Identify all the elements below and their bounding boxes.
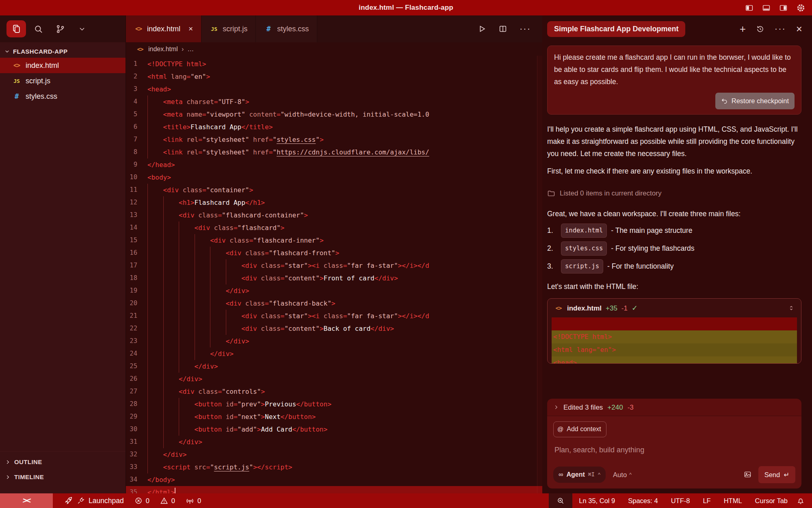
- launchpad-item[interactable]: Launchpad: [53, 496, 129, 505]
- add-context-button[interactable]: @ Add context: [553, 421, 606, 437]
- notifications-bell-icon[interactable]: [794, 497, 812, 505]
- tool-call-note[interactable]: Listed 0 items in current directory: [547, 187, 801, 199]
- status-item[interactable]: Spaces: 4: [621, 497, 664, 505]
- file-tree: <>index.htmlJSscript.js#styles.css: [0, 58, 126, 104]
- code-line: 2<html lang="en">: [126, 70, 542, 83]
- list-item: 1.index.html- The main page structure: [547, 221, 801, 239]
- layout-sidebar-left-icon[interactable]: [745, 4, 754, 12]
- chat-header: Simple Flashcard App Development + ··· ×: [542, 15, 812, 42]
- file-name: styles.css: [26, 92, 57, 101]
- activity-bar: [0, 15, 126, 42]
- line-number: 5: [126, 108, 137, 121]
- code-line: 20<div class="flashcard-back">: [126, 297, 542, 310]
- zoom-indicator[interactable]: [549, 493, 572, 508]
- editor-scrollbar[interactable]: [537, 56, 542, 493]
- diff-line-removed: [552, 317, 797, 330]
- code-line: 7<link rel="stylesheet" href="styles.css…: [126, 133, 542, 146]
- remote-indicator[interactable]: ><: [0, 493, 53, 508]
- chevron-down-icon[interactable]: [72, 20, 92, 37]
- chat-thread: Hi please create me a flashcard app I ca…: [542, 42, 812, 493]
- code-area[interactable]: 1<!DOCTYPE html>2<html lang="en">3<head>…: [126, 56, 542, 493]
- line-number: 4: [126, 96, 137, 108]
- file-item-index.html[interactable]: <>index.html: [0, 58, 126, 73]
- new-chat-icon[interactable]: +: [740, 25, 746, 33]
- line-number: 25: [126, 360, 137, 373]
- file-name: index.html: [26, 61, 59, 70]
- diff-file-name: index.html: [567, 302, 602, 314]
- js-icon: JS: [12, 78, 21, 84]
- layout-panel-bottom-icon[interactable]: [762, 4, 771, 12]
- status-bar: >< Launchpad 0 0 0 Ln 35, Col 9Spaces: 4…: [0, 493, 812, 508]
- restore-checkpoint-button[interactable]: Restore checkpoint: [715, 93, 795, 109]
- source-control-icon[interactable]: [50, 20, 70, 37]
- sidebar-section-outline[interactable]: OUTLINE: [0, 454, 126, 469]
- gear-icon[interactable]: [796, 3, 806, 13]
- line-number: 19: [126, 284, 137, 297]
- code-line: 15<div class="flashcard-inner">: [126, 234, 542, 247]
- code-line: 18<div class="content">Front of card</di…: [126, 272, 542, 284]
- diff-preview: <!DOCTYPE html><html lang="en"><head>: [552, 317, 797, 363]
- close-panel-icon[interactable]: ×: [796, 25, 802, 33]
- inline-code-chip: script.js: [561, 259, 603, 274]
- tab-index.html[interactable]: <>index.html×: [126, 15, 201, 42]
- status-item[interactable]: Cursor Tab: [749, 497, 794, 505]
- diff-card[interactable]: <> index.html +35 -1 ✓ <!DOCTYPE html><h…: [547, 298, 801, 364]
- attach-image-icon[interactable]: [743, 470, 752, 479]
- edited-files-summary[interactable]: Edited 3 files +240 -3: [547, 399, 801, 416]
- inline-code-chip: styles.css: [561, 241, 607, 256]
- code-line: 6<title>Flashcard App</title>: [126, 121, 542, 133]
- send-button[interactable]: Send ↵: [758, 466, 795, 483]
- chat-composer[interactable]: @ Add context Plan, search, build anythi…: [547, 416, 801, 488]
- sidebar: FLASHCARD-APP <>index.htmlJSscript.js#st…: [0, 15, 126, 493]
- ports-item[interactable]: 0: [180, 497, 206, 505]
- close-tab-icon[interactable]: ×: [188, 24, 193, 33]
- line-number: 12: [126, 196, 137, 209]
- code-line: 12<h1>Flashcard App</h1>: [126, 196, 542, 209]
- layout-sidebar-right-icon[interactable]: [779, 4, 788, 12]
- line-number: 26: [126, 373, 137, 385]
- search-icon[interactable]: [28, 20, 48, 37]
- status-item[interactable]: Ln 35, Col 9: [572, 497, 621, 505]
- tab-script.js[interactable]: JSscript.js: [201, 15, 256, 42]
- run-icon[interactable]: [477, 24, 486, 33]
- code-line: 28<button id="prev">Previous</button>: [126, 398, 542, 410]
- sidebar-sections: OUTLINETIMELINE: [0, 451, 126, 493]
- edited-added-count: +240: [607, 402, 623, 413]
- code-line: 27<div class="controls">: [126, 385, 542, 398]
- chat-input[interactable]: Plan, search, build anything: [554, 444, 794, 456]
- code-line: 23</div>: [126, 335, 542, 347]
- tab-styles.css[interactable]: #styles.css: [256, 15, 317, 42]
- diff-added-count: +35: [606, 302, 617, 314]
- agent-mode-selector[interactable]: ∞ Agent ⌘I ^: [553, 467, 606, 483]
- code-line: 22<div class="content">Back of card</div…: [126, 322, 542, 335]
- split-editor-icon[interactable]: [498, 24, 507, 33]
- problems-item[interactable]: 0 0: [129, 497, 180, 505]
- status-item[interactable]: LF: [696, 497, 717, 505]
- breadcrumb[interactable]: <> index.html › …: [126, 42, 542, 56]
- code-line: 19</div>: [126, 284, 542, 297]
- more-actions-icon[interactable]: ···: [520, 24, 531, 34]
- history-icon[interactable]: [756, 25, 764, 33]
- model-selector[interactable]: Auto ^: [613, 469, 632, 480]
- rocket-icon: [64, 496, 73, 505]
- line-number: 6: [126, 121, 137, 133]
- line-number: 16: [126, 247, 137, 259]
- line-number: 29: [126, 410, 137, 423]
- more-options-icon[interactable]: ···: [775, 24, 786, 34]
- code-line: 26</div>: [126, 373, 542, 385]
- sidebar-section-timeline[interactable]: TIMELINE: [0, 469, 126, 484]
- file-item-styles.css[interactable]: #styles.css: [0, 89, 126, 104]
- file-item-script.js[interactable]: JSscript.js: [0, 73, 126, 89]
- list-item: 3.script.js- For the functionality: [547, 257, 801, 275]
- status-item[interactable]: HTML: [717, 497, 749, 505]
- explorer-icon[interactable]: [6, 20, 26, 37]
- status-item[interactable]: UTF-8: [665, 497, 697, 505]
- explorer-root[interactable]: FLASHCARD-APP: [0, 45, 126, 58]
- code-line: 34</body>: [126, 473, 542, 486]
- tab-bar: <>index.html×JSscript.js#styles.css ···: [126, 15, 542, 42]
- expand-collapse-icon[interactable]: [788, 305, 795, 311]
- line-number: 33: [126, 461, 137, 473]
- chat-title-pill[interactable]: Simple Flashcard App Development: [547, 21, 685, 37]
- line-number: 17: [126, 259, 137, 272]
- line-number: 24: [126, 347, 137, 360]
